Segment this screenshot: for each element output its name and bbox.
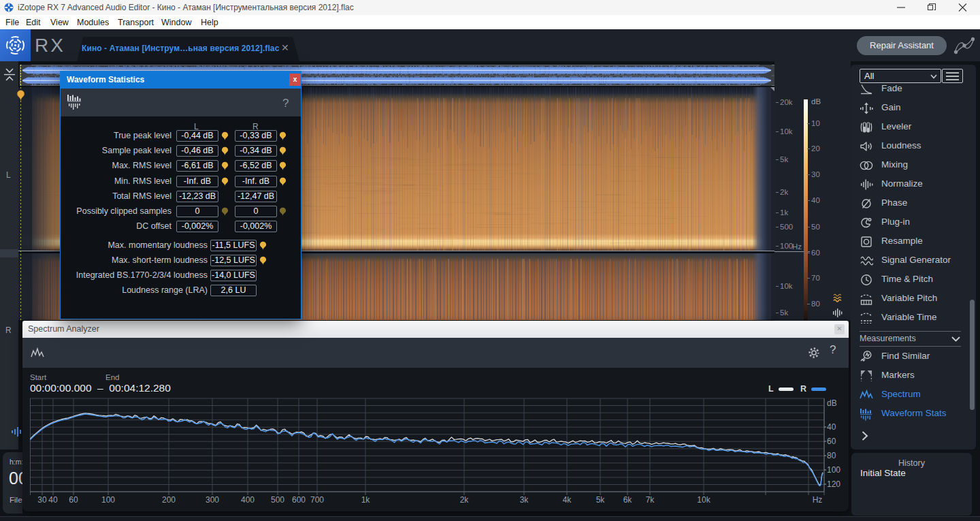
svg-text:4k: 4k <box>563 495 572 505</box>
svg-text:100: 100 <box>827 465 840 475</box>
svg-text:Hz: Hz <box>813 495 823 505</box>
svg-text:600: 600 <box>292 495 306 505</box>
svg-text:100: 100 <box>101 495 115 505</box>
svg-text:80: 80 <box>827 451 836 460</box>
svg-text:40: 40 <box>48 495 58 505</box>
svg-text:200: 200 <box>162 495 176 505</box>
svg-text:300: 300 <box>206 495 219 505</box>
svg-text:30: 30 <box>37 495 47 505</box>
svg-text:3k: 3k <box>520 495 529 505</box>
svg-text:60: 60 <box>827 437 836 446</box>
svg-text:400: 400 <box>241 495 255 505</box>
svg-text:10k: 10k <box>697 495 710 505</box>
svg-text:120: 120 <box>827 479 840 489</box>
svg-text:dB: dB <box>827 398 837 408</box>
svg-text:7k: 7k <box>646 495 655 505</box>
svg-text:60: 60 <box>69 495 78 505</box>
svg-text:500: 500 <box>271 495 284 505</box>
svg-text:2k: 2k <box>460 495 470 505</box>
svg-text:1k: 1k <box>361 495 371 505</box>
svg-text:6k: 6k <box>623 495 633 505</box>
svg-text:5k: 5k <box>596 495 606 505</box>
svg-text:700: 700 <box>310 495 324 505</box>
svg-text:40: 40 <box>827 422 836 432</box>
